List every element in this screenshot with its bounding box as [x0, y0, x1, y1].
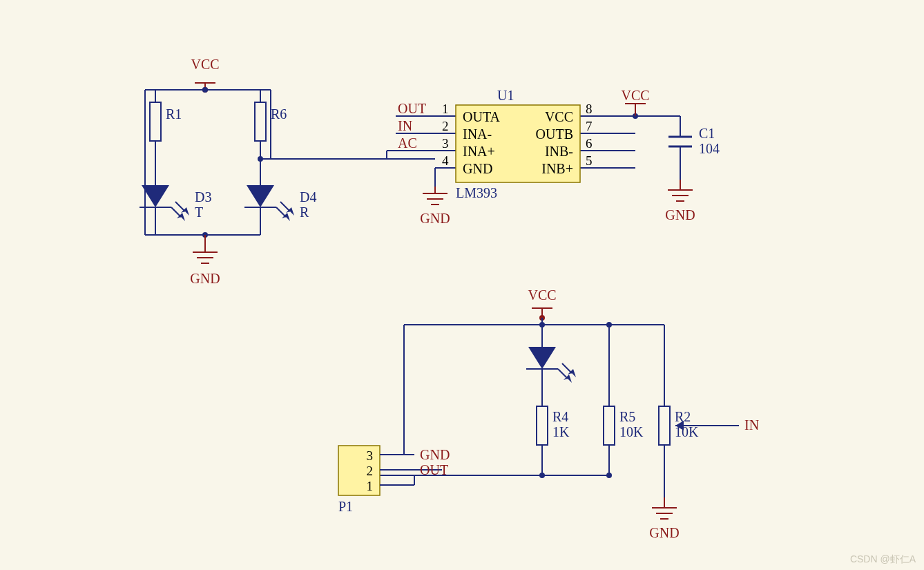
watermark: CSDN @虾仁A	[850, 553, 916, 566]
c1-ref: C1	[699, 126, 715, 141]
led-bottom	[526, 347, 576, 383]
vcc-label-u1: VCC	[621, 88, 649, 103]
svg-line-85	[562, 363, 572, 373]
vcc-label: VCC	[191, 57, 219, 72]
svg-point-4	[202, 87, 208, 93]
pin-4-num: 4	[442, 153, 449, 168]
pin-ina+: INA+	[463, 144, 495, 159]
d3-val: T	[195, 205, 203, 220]
pin-gnd: GND	[463, 161, 492, 176]
d4-ref: D4	[300, 189, 316, 205]
gnd-u1: GND	[420, 168, 450, 226]
p1-pin2: 2	[367, 464, 374, 478]
ic-u1: 1 2 3 4 8 7 6 5 OUTA INA- INA+ GND VCC O…	[396, 88, 635, 200]
pin-ina-: INA-	[463, 126, 492, 142]
pin-7-num: 7	[586, 119, 593, 133]
svg-line-25	[175, 202, 185, 211]
r6-label: R6	[271, 106, 287, 122]
vcc-u1: VCC	[621, 88, 649, 119]
gnd-label-u1: GND	[420, 211, 450, 226]
led-d3: D3 T	[139, 159, 211, 235]
u1-ref: U1	[497, 88, 514, 103]
svg-rect-106	[338, 446, 380, 495]
r1-label: R1	[166, 106, 182, 122]
bottom-block: VCC R4 1K R5 10K R2 10K	[338, 287, 759, 540]
gnd-c1: GND	[665, 180, 695, 222]
pin-vcc: VCC	[545, 109, 573, 124]
svg-marker-27	[247, 185, 274, 207]
vcc-bottom: VCC	[528, 287, 556, 321]
p1-pin3: 3	[367, 448, 374, 463]
pin-2-num: 2	[442, 119, 449, 133]
svg-rect-88	[537, 406, 548, 445]
pin-1-num: 1	[442, 102, 449, 116]
gnd-label-r2: GND	[649, 525, 679, 540]
gnd-label-tl: GND	[190, 271, 220, 286]
c1-val: 104	[699, 141, 720, 156]
svg-line-23	[171, 207, 181, 217]
pin-5-num: 5	[586, 153, 593, 168]
svg-line-31	[276, 207, 286, 217]
pin-3-num: 3	[442, 136, 449, 151]
svg-line-33	[280, 202, 290, 211]
pin-inb+: INB+	[541, 161, 573, 176]
pin-inb-: INB-	[545, 144, 573, 159]
r5-val: 10K	[619, 424, 644, 439]
resistor-r1: R1	[150, 102, 182, 159]
gnd-top-left: GND	[190, 235, 220, 286]
pin-outa: OUTA	[463, 109, 501, 124]
p1-ref: P1	[338, 499, 353, 514]
net-ac: AC	[398, 135, 417, 151]
svg-rect-91	[604, 406, 615, 445]
connector-p1: 3 2 1 P1 GND OUT	[338, 446, 450, 514]
svg-rect-94	[659, 406, 670, 445]
svg-rect-9	[255, 102, 266, 141]
p1-net-out: OUT	[420, 462, 448, 477]
r5-ref: R5	[619, 409, 635, 424]
led-d4: D4 R	[244, 159, 316, 235]
svg-line-83	[558, 369, 568, 379]
svg-rect-7	[150, 102, 161, 141]
u1-part: LM393	[456, 185, 497, 200]
pin-8-num: 8	[586, 102, 593, 116]
p1-net-gnd: GND	[420, 447, 450, 462]
net-in: IN	[398, 118, 412, 133]
vcc-label-bot: VCC	[528, 287, 556, 303]
pin-6-num: 6	[586, 136, 593, 151]
r4-val: 1K	[552, 424, 570, 439]
top-left-block: VCC R1 R6 D3	[139, 57, 316, 286]
svg-point-101	[606, 473, 612, 478]
potentiometer-r2: R2 10K IN	[659, 406, 759, 497]
d3-ref: D3	[195, 189, 211, 205]
gnd-label-c1: GND	[665, 207, 695, 222]
r4-ref: R4	[552, 409, 568, 424]
net-in-bot: IN	[744, 417, 759, 433]
d4-val: R	[300, 205, 309, 220]
schematic-canvas: VCC R1 R6 D3	[0, 0, 924, 570]
capacitor-c1: C1 104	[668, 126, 720, 180]
svg-point-100	[539, 473, 545, 478]
gnd-r2: GND	[649, 497, 679, 540]
svg-marker-81	[528, 347, 556, 369]
p1-pin1: 1	[367, 479, 374, 493]
pin-outb: OUTB	[536, 126, 573, 142]
resistor-r4: R4 1K	[537, 406, 570, 475]
resistor-r5: R5 10K	[604, 406, 644, 475]
net-out: OUT	[398, 101, 426, 116]
